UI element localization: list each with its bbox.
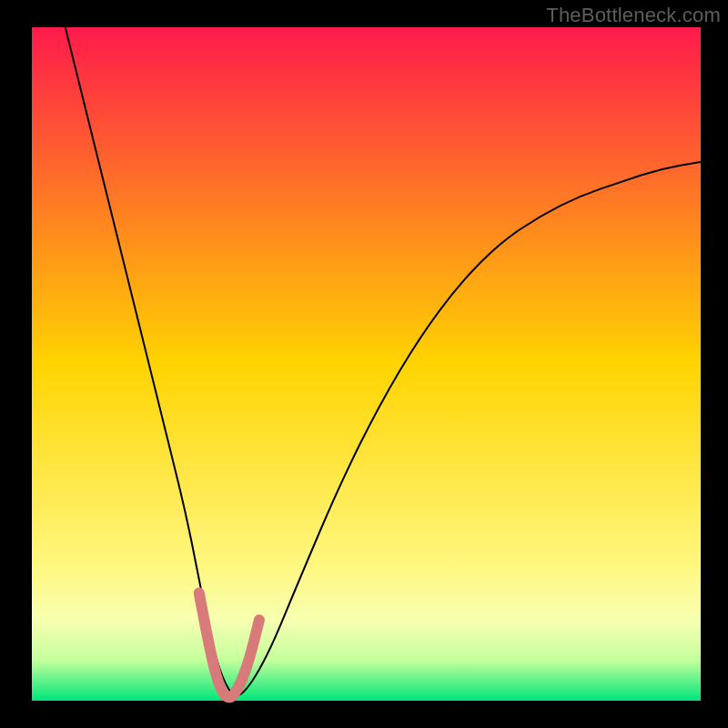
- watermark-text: TheBottleneck.com: [546, 4, 721, 27]
- plot-background: [32, 27, 701, 701]
- bottleneck-chart: [0, 0, 728, 728]
- chart-container: TheBottleneck.com: [0, 0, 728, 728]
